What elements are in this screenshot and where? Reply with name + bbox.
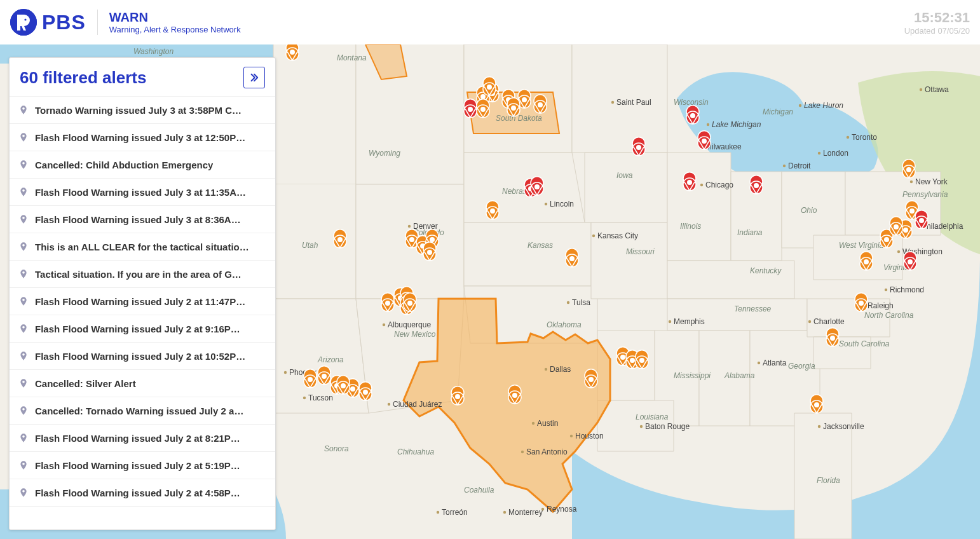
alert-item[interactable]: Flash Flood Warning issued July 2 at 10:… xyxy=(10,343,275,370)
svg-point-35 xyxy=(910,181,913,183)
svg-point-32 xyxy=(885,289,887,291)
alert-item[interactable]: Flash Flood Warning issued July 2 at 8:2… xyxy=(10,425,275,452)
map-marker[interactable] xyxy=(404,293,416,311)
city-label: Chicago xyxy=(705,181,733,189)
map-marker[interactable] xyxy=(477,99,489,118)
state-label: Indiana xyxy=(737,228,763,237)
alert-item[interactable]: Tornado Warning issued July 3 at 3:58PM … xyxy=(10,97,275,124)
map-marker[interactable] xyxy=(890,217,902,235)
map-marker[interactable] xyxy=(632,137,645,156)
state-label: Sonora xyxy=(324,444,349,453)
alert-text: Flash Flood Warning issued July 2 at 9:1… xyxy=(35,324,240,334)
state-label: Louisiana xyxy=(636,413,669,421)
map-marker[interactable] xyxy=(531,177,543,195)
alert-list[interactable]: Tornado Warning issued July 3 at 3:58PM … xyxy=(10,97,275,529)
map-marker[interactable] xyxy=(566,249,578,267)
svg-point-17 xyxy=(284,371,287,374)
collapse-button[interactable] xyxy=(243,67,265,88)
alert-item[interactable]: This is an ALL CLEAR for the tactical si… xyxy=(10,233,275,261)
map-marker[interactable] xyxy=(318,366,330,385)
alert-item[interactable]: Cancelled: Tornado Warning issued July 2… xyxy=(10,397,275,425)
clock: 15:52:31 Updated 07/05/20 xyxy=(904,10,970,36)
map-marker[interactable] xyxy=(304,369,316,388)
city-label: Ciudad Juárez xyxy=(393,400,442,409)
city-label: Kansas City xyxy=(597,231,638,240)
brand-text: PBS xyxy=(42,11,86,34)
alert-item[interactable]: Cancelled: Child Abduction Emergency xyxy=(10,151,275,179)
map-marker[interactable] xyxy=(483,77,496,95)
svg-point-73 xyxy=(864,259,869,264)
map-marker[interactable] xyxy=(286,44,299,60)
alert-item[interactable]: Flash Flood Warning issued July 3 at 12:… xyxy=(10,124,275,151)
svg-point-82 xyxy=(636,145,641,150)
map-marker[interactable] xyxy=(337,376,350,394)
svg-point-61 xyxy=(480,94,486,99)
map-marker[interactable] xyxy=(636,350,648,369)
map-marker[interactable] xyxy=(359,382,372,400)
svg-point-71 xyxy=(814,402,819,407)
map-marker[interactable] xyxy=(585,369,597,388)
map-marker[interactable] xyxy=(486,201,499,219)
state-label: Illinois xyxy=(680,222,701,231)
svg-point-76 xyxy=(894,224,899,229)
city-label: Lake Huron xyxy=(804,101,843,110)
alert-item[interactable]: Flash Flood Warning issued July 2 at 11:… xyxy=(10,288,275,315)
map-marker[interactable] xyxy=(826,328,839,346)
alert-item[interactable]: Flash Flood Warning issued July 3 at 8:3… xyxy=(10,206,275,233)
city-label: Richmond xyxy=(890,285,924,294)
alert-item[interactable]: Flash Flood Warning issued July 2 at 4:5… xyxy=(10,479,275,507)
map-marker[interactable] xyxy=(334,229,346,248)
map-marker[interactable] xyxy=(810,395,823,413)
city-label: Charlotte xyxy=(813,317,845,326)
map-marker[interactable] xyxy=(423,242,436,261)
map-marker[interactable] xyxy=(686,106,699,124)
svg-point-87 xyxy=(919,218,924,223)
pin-icon xyxy=(18,432,29,444)
map-marker[interactable] xyxy=(683,172,696,191)
map-marker[interactable] xyxy=(451,386,464,405)
state-label: West Virginia xyxy=(839,241,884,250)
main: WashingtonMontanaWyomingUtahArizonaColor… xyxy=(0,44,980,539)
map-marker[interactable] xyxy=(855,293,868,311)
city-label: Lincoln xyxy=(550,200,574,208)
header: PBS WARN Warning, Alert & Response Netwo… xyxy=(0,0,980,44)
alert-text: Flash Flood Warning issued July 3 at 11:… xyxy=(35,187,246,198)
map-marker[interactable] xyxy=(902,160,915,178)
svg-point-69 xyxy=(569,256,575,261)
svg-point-42 xyxy=(337,237,343,242)
alert-item[interactable]: Tactical situation. If you are in the ar… xyxy=(10,261,275,288)
svg-point-27 xyxy=(640,425,643,428)
alert-text: Flash Flood Warning issued July 3 at 8:3… xyxy=(35,214,241,225)
alert-item[interactable]: Flash Flood Warning issued July 2 at 5:1… xyxy=(10,452,275,479)
map-marker[interactable] xyxy=(750,175,763,194)
map-marker[interactable] xyxy=(534,95,547,113)
alert-item[interactable]: Flash Flood Warning issued July 2 at 9:1… xyxy=(10,315,275,343)
state-label: Iowa xyxy=(616,171,633,180)
city-label: Albuquerque xyxy=(388,320,431,329)
map-marker[interactable] xyxy=(381,293,394,311)
city-label: Ottawa xyxy=(925,85,949,94)
svg-point-16 xyxy=(383,324,385,326)
svg-point-81 xyxy=(534,184,540,189)
panel-header: 60 filtered alerts xyxy=(10,58,275,97)
map-marker[interactable] xyxy=(698,131,711,149)
svg-point-15 xyxy=(567,301,569,304)
state-label: Kentucky xyxy=(750,266,782,275)
map-marker[interactable] xyxy=(508,385,521,404)
map-marker[interactable] xyxy=(860,252,873,270)
map-marker[interactable] xyxy=(464,99,477,118)
alert-item[interactable]: Cancelled: Silver Alert xyxy=(10,370,275,397)
svg-point-49 xyxy=(308,377,313,382)
city-label: London xyxy=(823,149,848,158)
state-label: North Carolina xyxy=(864,311,914,320)
pin-icon xyxy=(18,295,29,308)
city-label: Monterrey xyxy=(508,508,543,517)
svg-point-4 xyxy=(707,123,709,126)
map-marker[interactable] xyxy=(915,210,928,229)
alert-item[interactable]: Flash Flood Warning issued July 3 at 11:… xyxy=(10,179,275,206)
map-marker[interactable] xyxy=(507,98,520,116)
map-marker[interactable] xyxy=(405,229,418,248)
pin-icon xyxy=(18,404,29,417)
map-marker[interactable] xyxy=(904,252,916,270)
svg-point-83 xyxy=(687,180,692,185)
